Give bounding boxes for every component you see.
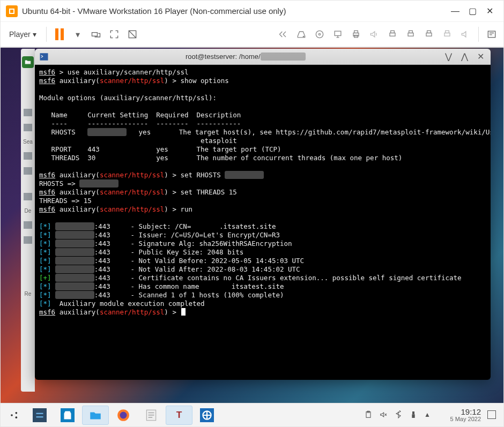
terminal-titlebar[interactable]: root@testserver: /home/███████ ⋁ ⋀ ✕ (35, 49, 491, 65)
drive-icon (24, 193, 32, 200)
vmware-logo-icon (6, 5, 18, 17)
svg-rect-31 (149, 417, 153, 418)
svg-rect-30 (149, 414, 154, 415)
terminal-cursor (181, 308, 186, 316)
hard-disk-icon[interactable] (294, 27, 309, 42)
chevron-down-icon: ▾ (33, 30, 36, 39)
taskbar-item-store[interactable] (54, 406, 81, 425)
show-desktop-button[interactable] (487, 410, 496, 419)
tray-overflow-icon[interactable]: ▲ (424, 411, 431, 418)
svg-rect-17 (488, 31, 495, 38)
clipboard-tray-icon[interactable] (364, 410, 373, 419)
taskbar-item-firefox[interactable] (110, 406, 137, 425)
file-icon (24, 109, 32, 116)
devices-label-fragment: De (25, 208, 32, 214)
fullscreen-button[interactable] (107, 27, 122, 42)
clock-icon (24, 167, 32, 175)
clock-date: 5 May 2022 (437, 416, 481, 423)
svg-rect-16 (446, 31, 449, 33)
svg-rect-22 (33, 408, 47, 422)
cycle-devices-button[interactable] (276, 27, 291, 42)
usb-device-icon-1[interactable] (385, 27, 400, 42)
svg-point-21 (16, 416, 18, 418)
taskbar-item-kde[interactable] (194, 406, 220, 425)
usb-tray-icon[interactable] (409, 410, 418, 419)
taskbar-item-terminal[interactable]: T (166, 406, 192, 425)
svg-point-27 (120, 411, 127, 418)
file-manager-sidebar: Sea De Re (21, 49, 35, 392)
taskbar-item-dolphin[interactable] (82, 406, 109, 425)
usb-device-icon-3[interactable] (421, 27, 436, 42)
taskbar-item-settings[interactable] (26, 406, 53, 425)
terminal-app-icon (39, 52, 49, 62)
svg-rect-13 (426, 33, 432, 36)
taskbar-item-text-editor[interactable] (138, 406, 165, 425)
terminal-close-button[interactable]: ✕ (475, 51, 486, 63)
svg-point-20 (16, 412, 18, 414)
svg-rect-11 (408, 33, 413, 36)
application-launcher-button[interactable] (4, 406, 25, 425)
player-menu-button[interactable]: Player ▾ (5, 28, 41, 41)
minimize-button[interactable]: — (447, 3, 464, 20)
svg-rect-5 (335, 31, 341, 35)
folder-icon (24, 124, 32, 131)
svg-point-4 (318, 33, 320, 35)
maximize-button[interactable]: ▢ (464, 3, 481, 20)
search-label-fragment: Sea (23, 139, 33, 145)
svg-rect-24 (36, 416, 43, 417)
terminal-minimize-button[interactable]: ⋁ (442, 51, 454, 63)
usb-device-icon-2[interactable] (403, 27, 418, 42)
terminal-window[interactable]: root@testserver: /home/███████ ⋁ ⋀ ✕ msf… (35, 49, 491, 380)
bluetooth-tray-icon[interactable] (394, 410, 403, 419)
music-icon (24, 236, 32, 244)
speaker-icon[interactable] (458, 27, 473, 42)
svg-rect-38 (412, 411, 414, 414)
unity-mode-button[interactable] (125, 27, 140, 42)
sound-icon[interactable] (367, 27, 382, 42)
svg-rect-23 (36, 413, 43, 414)
kde-taskbar[interactable]: T ▲ 19:12 5 May 2022 (1, 403, 503, 426)
cd-dvd-icon[interactable] (312, 27, 327, 42)
message-log-button[interactable] (484, 27, 499, 42)
vmware-toolbar: Player ▾ ▾ (1, 22, 503, 48)
usb-drive-icon (24, 221, 32, 229)
pause-dropdown-icon[interactable]: ▾ (70, 27, 85, 42)
pause-vm-button[interactable] (52, 27, 67, 42)
send-ctrl-alt-del-button[interactable] (88, 27, 103, 42)
terminal-window-title: root@testserver: /home/███████ (53, 53, 438, 61)
svg-rect-9 (390, 33, 395, 36)
vmware-titlebar: Ubuntu 64-bit - VMware Workstation 16 Pl… (1, 1, 503, 22)
printer-icon[interactable] (349, 27, 364, 42)
terminal-maximize-button[interactable]: ⋀ (458, 51, 470, 63)
svg-rect-10 (391, 31, 395, 33)
svg-text:T: T (176, 409, 182, 420)
taskbar-clock[interactable]: 19:12 5 May 2022 (437, 408, 481, 422)
tag-icon (24, 152, 32, 160)
close-button[interactable]: ✕ (481, 3, 498, 20)
network-adapter-icon[interactable] (330, 27, 345, 42)
player-menu-label: Player (9, 30, 31, 39)
clock-time: 19:12 (437, 408, 481, 416)
usb-device-icon-4[interactable] (440, 27, 455, 42)
svg-rect-12 (409, 31, 413, 33)
svg-point-3 (316, 31, 323, 38)
svg-rect-7 (354, 31, 358, 33)
recent-label-fragment: Re (25, 291, 32, 297)
svg-rect-39 (412, 415, 414, 418)
svg-point-19 (11, 414, 13, 416)
guest-desktop[interactable]: Sea De Re root@testserver: /home/███████… (1, 48, 503, 426)
svg-rect-29 (149, 412, 154, 413)
svg-rect-14 (427, 31, 431, 33)
terminal-output[interactable]: msf6 > use auxiliary/scanner/http/ssl ms… (35, 65, 491, 380)
svg-rect-15 (444, 33, 450, 36)
vmware-window-title: Ubuntu 64-bit - VMware Workstation 16 Pl… (22, 6, 286, 16)
svg-rect-0 (92, 33, 97, 36)
system-tray: ▲ 19:12 5 May 2022 (364, 408, 500, 422)
svg-point-2 (303, 36, 304, 37)
volume-muted-tray-icon[interactable] (379, 410, 388, 419)
svg-rect-18 (40, 53, 48, 61)
